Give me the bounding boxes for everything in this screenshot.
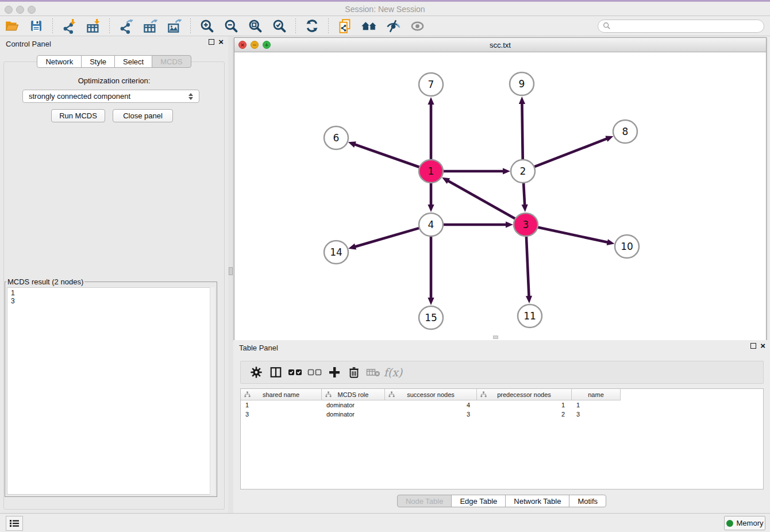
graph-edge-1-6[interactable]: [348, 141, 419, 167]
function-builder-button[interactable]: f(x): [383, 364, 403, 381]
table-cell[interactable]: 1: [477, 400, 572, 410]
tab-node-table[interactable]: Node Table: [397, 495, 452, 507]
table-cell[interactable]: 3: [572, 410, 621, 419]
search-input[interactable]: [611, 22, 759, 30]
delete-table-icon: [366, 366, 381, 379]
result-scrollbar[interactable]: [210, 287, 215, 495]
column-header[interactable]: shared name: [241, 389, 322, 400]
table-cell[interactable]: dominator: [322, 410, 385, 419]
network-canvas[interactable]: 7968124314101511: [234, 53, 766, 340]
tab-select[interactable]: Select: [114, 55, 152, 68]
column-header[interactable]: predecessor nodes: [477, 389, 572, 400]
graph-edge-2-8[interactable]: [534, 136, 614, 167]
control-panel-float-icon[interactable]: [209, 39, 214, 45]
task-history-button[interactable]: [6, 516, 23, 531]
tab-mcds[interactable]: MCDS: [152, 55, 191, 68]
trash-icon: [348, 366, 360, 379]
panel-splitter[interactable]: [228, 36, 233, 513]
apply-layout-button[interactable]: [303, 18, 321, 34]
graph-node-1[interactable]: 1: [419, 160, 443, 183]
table-cell[interactable]: 3: [385, 410, 477, 419]
table-cell[interactable]: 1: [241, 400, 322, 410]
zoom-fit-button[interactable]: [247, 18, 264, 34]
column-header[interactable]: successor nodes: [385, 389, 477, 400]
network-window-titlebar[interactable]: × − + scc.txt: [234, 38, 766, 52]
graph-node-9[interactable]: 9: [510, 72, 534, 95]
table-cell[interactable]: 3: [241, 410, 322, 419]
column-header[interactable]: name: [572, 389, 621, 400]
memory-button[interactable]: Memory: [724, 516, 765, 530]
optimization-criterion-dropdown[interactable]: strongly connected component: [22, 90, 199, 103]
zoom-out-button[interactable]: [222, 18, 240, 34]
tab-edge-table[interactable]: Edge Table: [451, 495, 506, 507]
add-column-button[interactable]: [325, 364, 344, 381]
graph-node-2[interactable]: 2: [511, 160, 535, 183]
hide-selected-button[interactable]: [384, 18, 402, 34]
tab-motifs[interactable]: Motifs: [569, 495, 606, 507]
splitter-handle[interactable]: [229, 267, 233, 275]
table-panel-close-icon[interactable]: ×: [760, 343, 765, 349]
import-table-button[interactable]: [84, 18, 102, 34]
graph-node-4[interactable]: 4: [419, 213, 443, 236]
select-all-checkboxes-button[interactable]: [286, 364, 305, 381]
tab-network-table[interactable]: Network Table: [505, 495, 569, 507]
column-header[interactable]: MCDS role: [322, 389, 385, 400]
graph-node-8[interactable]: 8: [613, 120, 637, 143]
table-row[interactable]: 3dominator323: [241, 410, 763, 419]
graph-edge-3-10[interactable]: [538, 227, 615, 245]
memory-label: Memory: [737, 519, 764, 527]
table-panel-float-icon[interactable]: [750, 343, 756, 349]
import-network-button[interactable]: [60, 18, 78, 34]
graph-edge-1-7[interactable]: [428, 97, 434, 159]
save-floppy-icon: [29, 19, 43, 33]
first-neighbors-button[interactable]: [360, 18, 378, 34]
graph-node-3[interactable]: 3: [514, 213, 538, 236]
save-session-button[interactable]: [28, 18, 45, 34]
mcds-result-text[interactable]: 1 3: [7, 287, 215, 495]
export-network-button[interactable]: [117, 18, 134, 34]
graph-node-15[interactable]: 15: [419, 306, 443, 329]
graph-edge-4-3[interactable]: [443, 221, 513, 228]
column-header-label: successor nodes: [407, 391, 455, 398]
table-cell[interactable]: 1: [572, 400, 621, 410]
table-cell[interactable]: 4: [385, 400, 477, 410]
graph-node-6[interactable]: 6: [324, 126, 348, 149]
zoom-selected-button[interactable]: [271, 18, 288, 34]
delete-table-button[interactable]: [364, 364, 383, 381]
graph-edge-4-14[interactable]: [348, 228, 419, 250]
unselect-all-checkboxes-button[interactable]: [305, 364, 325, 381]
export-table-icon: [143, 18, 158, 34]
table-cell[interactable]: 2: [477, 410, 572, 419]
table-cell[interactable]: dominator: [322, 400, 385, 410]
export-table-button[interactable]: [141, 18, 159, 34]
search-field[interactable]: [598, 20, 764, 33]
graph-node-11[interactable]: 11: [518, 304, 542, 327]
control-panel-close-icon[interactable]: ×: [218, 39, 224, 45]
tab-network[interactable]: Network: [37, 55, 82, 68]
graph-edge-1-2[interactable]: [443, 168, 510, 174]
graph-edge-3-1[interactable]: [442, 178, 515, 219]
graph-edge-2-9[interactable]: [519, 97, 525, 159]
delete-columns-button[interactable]: [344, 364, 364, 381]
graph-edge-1-4[interactable]: [428, 183, 434, 212]
graph-edge-3-11[interactable]: [526, 237, 532, 303]
table-settings-button[interactable]: [247, 364, 266, 381]
graph-node-10[interactable]: 10: [615, 235, 639, 258]
graph-edge-4-15[interactable]: [428, 237, 434, 305]
zoom-in-button[interactable]: [198, 18, 215, 34]
new-network-from-selection-button[interactable]: [336, 18, 353, 34]
graph-node-14[interactable]: 14: [324, 241, 348, 264]
close-panel-button[interactable]: Close panel: [113, 109, 173, 122]
svg-text:2: 2: [520, 165, 526, 177]
table-row[interactable]: 1dominator411: [241, 400, 763, 410]
houses-icon: [361, 18, 378, 34]
graph-edge-2-3[interactable]: [522, 183, 528, 212]
tab-style[interactable]: Style: [81, 55, 115, 68]
run-mcds-button[interactable]: Run MCDS: [51, 109, 105, 122]
show-columns-button[interactable]: [266, 364, 286, 381]
network-resize-handle[interactable]: [493, 336, 498, 339]
show-all-button[interactable]: [409, 18, 426, 34]
graph-node-7[interactable]: 7: [419, 73, 443, 96]
export-image-button[interactable]: [165, 18, 183, 34]
open-session-button[interactable]: [3, 18, 21, 34]
